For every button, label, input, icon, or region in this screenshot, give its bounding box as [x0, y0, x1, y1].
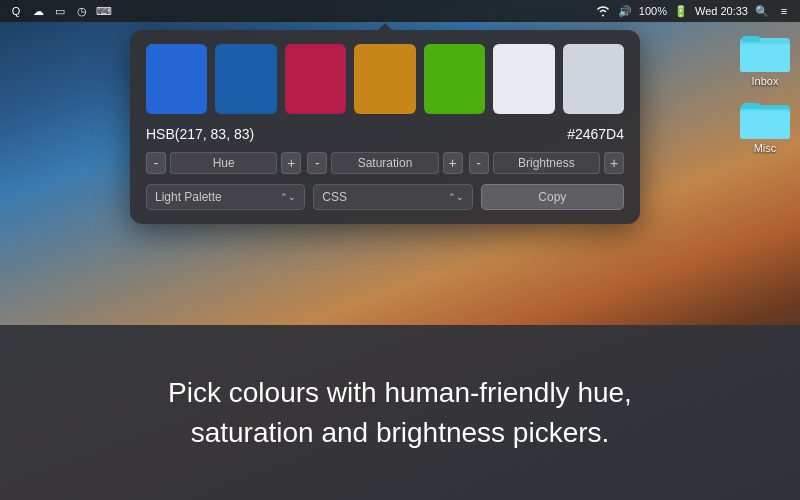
svg-rect-7 — [740, 111, 790, 139]
inbox-folder-icon — [740, 30, 790, 72]
saturation-slider-group: - Saturation + — [307, 152, 462, 174]
format-label: CSS — [322, 190, 347, 204]
hsb-value: HSB(217, 83, 83) — [146, 126, 254, 142]
color-info-row: HSB(217, 83, 83) #2467D4 — [146, 126, 624, 142]
swatch-green[interactable] — [424, 44, 485, 114]
format-chevron-icon: ⌃⌄ — [448, 192, 464, 202]
app-menu-icon[interactable]: Q — [8, 3, 24, 19]
hex-value: #2467D4 — [567, 126, 624, 142]
misc-folder-icon — [740, 97, 790, 139]
hue-minus-btn[interactable]: - — [146, 152, 166, 174]
battery-percent: 100% — [639, 5, 667, 17]
bottom-panel: Pick colours with human-friendly hue, sa… — [0, 325, 800, 500]
format-dropdown[interactable]: CSS ⌃⌄ — [313, 184, 472, 210]
copy-button[interactable]: Copy — [481, 184, 624, 210]
swatches-row — [146, 44, 624, 114]
bottom-row: Light Palette ⌃⌄ CSS ⌃⌄ Copy — [146, 184, 624, 210]
tagline-line2: saturation and brightness pickers. — [191, 417, 610, 448]
brightness-minus-btn[interactable]: - — [469, 152, 489, 174]
misc-label: Misc — [754, 142, 777, 154]
color-picker-popup: HSB(217, 83, 83) #2467D4 - Hue + - Satur… — [130, 30, 640, 224]
copy-label: Copy — [538, 190, 566, 204]
hue-label: Hue — [170, 152, 277, 174]
swatch-blue[interactable] — [146, 44, 207, 114]
inbox-folder[interactable]: Inbox — [740, 30, 790, 87]
brightness-plus-btn[interactable]: + — [604, 152, 624, 174]
palette-label: Light Palette — [155, 190, 222, 204]
misc-folder[interactable]: Misc — [740, 97, 790, 154]
desktop-icons: Inbox Misc — [740, 30, 790, 154]
swatch-gray[interactable] — [563, 44, 624, 114]
swatch-orange[interactable] — [354, 44, 415, 114]
palette-chevron-icon: ⌃⌄ — [280, 192, 296, 202]
volume-icon[interactable]: 🔊 — [617, 3, 633, 19]
swatch-dark-blue[interactable] — [215, 44, 276, 114]
svg-rect-8 — [742, 103, 760, 109]
palette-dropdown[interactable]: Light Palette ⌃⌄ — [146, 184, 305, 210]
saturation-plus-btn[interactable]: + — [443, 152, 463, 174]
menubar: Q ☁ ▭ ◷ ⌨ 🔊 100% 🔋 Wed 20:33 🔍 ≡ — [0, 0, 800, 22]
saturation-minus-btn[interactable]: - — [307, 152, 327, 174]
wifi-icon[interactable] — [595, 3, 611, 19]
menubar-left: Q ☁ ▭ ◷ ⌨ — [8, 3, 112, 19]
saturation-label: Saturation — [331, 152, 438, 174]
keyboard-icon[interactable]: ⌨ — [96, 3, 112, 19]
search-icon[interactable]: 🔍 — [754, 3, 770, 19]
datetime: Wed 20:33 — [695, 5, 748, 17]
brightness-slider-group: - Brightness + — [469, 152, 624, 174]
hue-slider-group: - Hue + — [146, 152, 301, 174]
svg-rect-3 — [740, 44, 790, 72]
cloud-icon[interactable]: ☁ — [30, 3, 46, 19]
menu-list-icon[interactable]: ≡ — [776, 3, 792, 19]
display-icon[interactable]: ▭ — [52, 3, 68, 19]
tagline-line1: Pick colours with human-friendly hue, — [168, 377, 632, 408]
hue-plus-btn[interactable]: + — [281, 152, 301, 174]
brightness-label: Brightness — [493, 152, 600, 174]
svg-rect-4 — [742, 36, 760, 42]
clock-icon[interactable]: ◷ — [74, 3, 90, 19]
tagline: Pick colours with human-friendly hue, sa… — [168, 373, 632, 451]
battery-icon: 🔋 — [673, 3, 689, 19]
menubar-right: 🔊 100% 🔋 Wed 20:33 🔍 ≡ — [595, 3, 792, 19]
inbox-label: Inbox — [752, 75, 779, 87]
sliders-row: - Hue + - Saturation + - Brightness + — [146, 152, 624, 174]
swatch-light-gray[interactable] — [493, 44, 554, 114]
swatch-red[interactable] — [285, 44, 346, 114]
